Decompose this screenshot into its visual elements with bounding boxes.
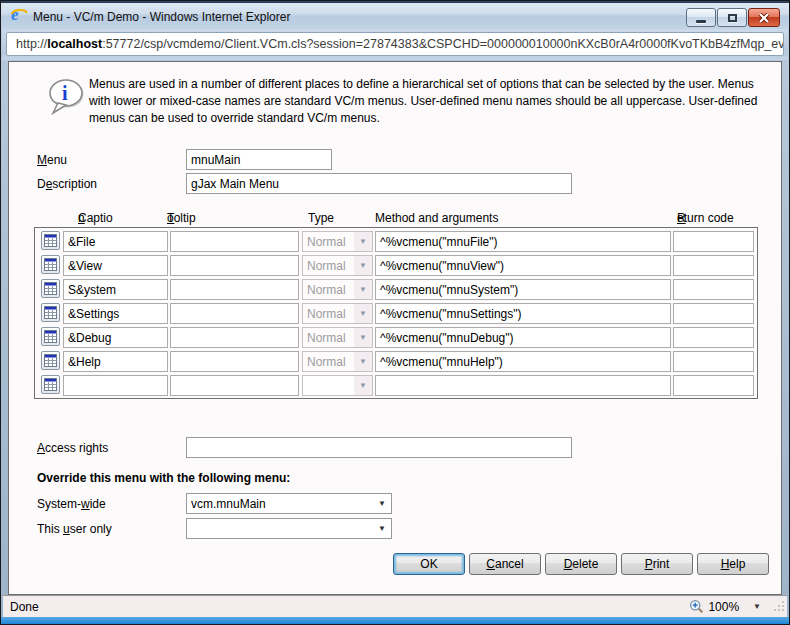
type-select[interactable]: Normal▼ <box>302 303 373 324</box>
type-select[interactable]: Normal▼ <box>302 327 373 348</box>
return-code-input[interactable] <box>673 255 754 276</box>
row-grid-button[interactable] <box>41 303 60 322</box>
tooltip-input[interactable] <box>170 279 299 300</box>
caption-input[interactable] <box>63 255 168 276</box>
row-grid-button[interactable] <box>41 375 60 394</box>
tooltip-input[interactable] <box>170 327 299 348</box>
window-title: Menu - VC/m Demo - Windows Internet Expl… <box>33 10 290 24</box>
row-grid-button[interactable] <box>41 231 60 250</box>
page-content: i Menus are used in a number of differen… <box>8 61 782 595</box>
caption-input[interactable] <box>63 351 168 372</box>
row-grid-button[interactable] <box>41 327 60 346</box>
caption-input[interactable] <box>63 303 168 324</box>
grid-icon <box>44 354 57 367</box>
url-text: http://localhost:57772/csp/vcmdemo/Clien… <box>16 37 784 51</box>
chevron-down-icon: ▼ <box>354 256 372 275</box>
caption-input[interactable] <box>63 279 168 300</box>
grid-icon <box>44 330 57 343</box>
ok-button[interactable]: OK <box>393 553 465 575</box>
type-select[interactable]: ▼ <box>302 375 373 396</box>
close-button[interactable] <box>748 8 780 27</box>
menu-items-table: Normal▼ Normal▼ Normal▼ <box>34 227 758 399</box>
method-input[interactable] <box>375 303 671 324</box>
method-input[interactable] <box>375 327 671 348</box>
caption-input[interactable] <box>63 327 168 348</box>
resize-grip[interactable] <box>773 600 785 615</box>
type-select[interactable]: Normal▼ <box>302 279 373 300</box>
tooltip-input[interactable] <box>170 375 299 396</box>
minimize-button[interactable] <box>686 8 716 27</box>
caption-input[interactable] <box>63 231 168 252</box>
tooltip-input[interactable] <box>170 303 299 324</box>
return-code-input[interactable] <box>673 303 754 324</box>
table-row: Normal▼ <box>35 254 757 278</box>
cancel-button[interactable]: Cancel <box>469 553 541 575</box>
chevron-down-icon: ▼ <box>753 602 761 611</box>
window-frame-bottom <box>1 617 789 624</box>
print-button[interactable]: Print <box>621 553 693 575</box>
row-grid-button[interactable] <box>41 351 60 370</box>
table-row: Normal▼ <box>35 278 757 302</box>
return-code-input[interactable] <box>673 279 754 300</box>
system-wide-select[interactable]: vcm.mnuMain▼ <box>186 493 392 514</box>
row-grid-button[interactable] <box>41 255 60 274</box>
svg-text:e: e <box>11 6 19 24</box>
internet-explorer-icon: e <box>10 6 28 28</box>
delete-button[interactable]: Delete <box>545 553 617 575</box>
type-select[interactable]: Normal▼ <box>302 231 373 252</box>
row-grid-button[interactable] <box>41 279 60 298</box>
table-row: Normal▼ <box>35 230 757 254</box>
status-bar: Done 100% ▼ <box>3 595 787 617</box>
method-input[interactable] <box>375 231 671 252</box>
type-select[interactable]: Normal▼ <box>302 351 373 372</box>
table-row: Normal▼ <box>35 302 757 326</box>
zoom-control[interactable]: 100% ▼ <box>689 599 761 614</box>
chevron-down-icon: ▼ <box>354 328 372 347</box>
this-user-only-label: This user only <box>37 522 112 536</box>
chevron-down-icon: ▼ <box>354 352 372 371</box>
chevron-down-icon: ▼ <box>373 499 391 508</box>
grid-icon <box>44 282 57 295</box>
action-buttons: OK Cancel Delete Print Help <box>393 553 769 575</box>
access-rights-input[interactable] <box>186 437 572 458</box>
description-input[interactable] <box>186 173 572 194</box>
method-input[interactable] <box>375 351 671 372</box>
override-heading: Override this menu with the following me… <box>37 471 290 485</box>
chevron-down-icon: ▼ <box>354 304 372 323</box>
method-input[interactable] <box>375 255 671 276</box>
access-rights-label: Access rights <box>37 441 108 455</box>
zoom-level: 100% <box>708 600 739 614</box>
title-bar[interactable]: e Menu - VC/m Demo - Windows Internet Ex… <box>1 1 789 29</box>
caption-input[interactable] <box>63 375 168 396</box>
this-user-only-select[interactable]: ▼ <box>186 518 392 539</box>
tooltip-input[interactable] <box>170 231 299 252</box>
browser-window: e Menu - VC/m Demo - Windows Internet Ex… <box>0 0 790 625</box>
svg-text:i: i <box>62 82 68 104</box>
help-button[interactable]: Help <box>697 553 769 575</box>
return-code-input[interactable] <box>673 231 754 252</box>
chevron-down-icon: ▼ <box>354 376 372 395</box>
menu-label: Menu <box>37 153 67 167</box>
return-code-input[interactable] <box>673 351 754 372</box>
zoom-magnifier-icon <box>689 599 704 614</box>
table-header-row: Caption Tooltip Type Method and argument… <box>34 211 758 226</box>
method-input[interactable] <box>375 279 671 300</box>
grid-icon <box>44 234 57 247</box>
info-text: Menus are used in a number of different … <box>89 76 767 127</box>
maximize-button[interactable] <box>717 8 747 27</box>
method-input[interactable] <box>375 375 671 396</box>
return-code-input[interactable] <box>673 375 754 396</box>
type-select[interactable]: Normal▼ <box>302 255 373 276</box>
tooltip-input[interactable] <box>170 351 299 372</box>
close-icon <box>758 13 770 23</box>
tooltip-input[interactable] <box>170 255 299 276</box>
info-icon: i <box>45 76 87 121</box>
description-label: Description <box>37 177 97 191</box>
table-row: ▼ <box>35 374 757 398</box>
grid-icon <box>44 258 57 271</box>
url-input[interactable]: e http://localhost:57772/csp/vcmdemo/Cli… <box>6 32 784 56</box>
table-row: Normal▼ <box>35 326 757 350</box>
return-code-input[interactable] <box>673 327 754 348</box>
menu-input[interactable] <box>186 149 332 170</box>
grid-icon <box>44 306 57 319</box>
